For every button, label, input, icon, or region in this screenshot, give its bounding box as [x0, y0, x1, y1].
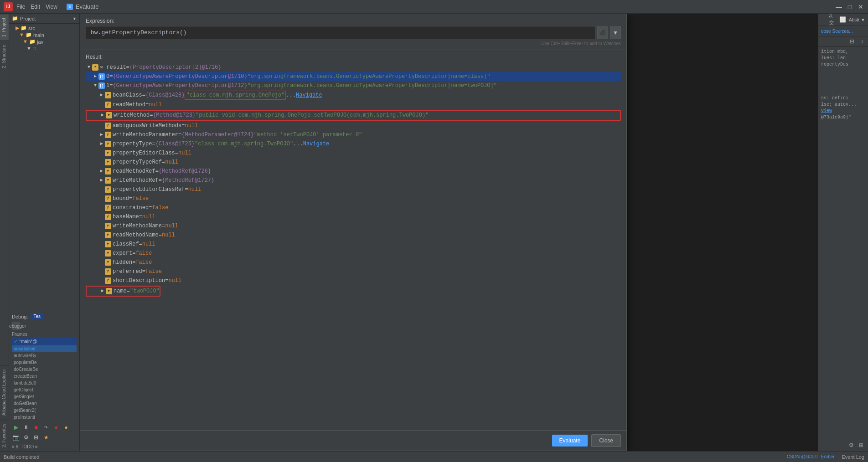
debug-tab-test[interactable]: Tes — [31, 313, 43, 320]
frame-item-autowire[interactable]: autowireBy — [12, 352, 77, 359]
vtab-structure[interactable]: 2: Structure — [0, 41, 9, 72]
toggle-name[interactable]: ▶ — [99, 288, 106, 294]
vtab-project[interactable]: 1: Project — [0, 14, 9, 41]
frame-item-create[interactable]: createBean — [12, 373, 77, 380]
frame-item-preinstanti[interactable]: preInstanti — [12, 414, 77, 421]
toggle-writemethodref[interactable]: ▶ — [98, 177, 105, 184]
toggle-beanclass[interactable]: ▶ — [98, 92, 105, 98]
frame-item-docreate[interactable]: doCreateBe — [12, 366, 77, 373]
navigate-link-proptype[interactable]: Navigate — [303, 140, 330, 148]
vtab-favorites[interactable]: 2: Favorites — [0, 420, 9, 451]
layout-btn[interactable]: ⊞ — [32, 433, 40, 441]
tree-item-package[interactable]: ▼ □ — [9, 45, 79, 51]
tree-row-readmethodref[interactable]: ▶ f readMethodRef = {MethodRef@1726} — [86, 167, 621, 176]
frame-item-dogetbean[interactable]: doGetBean — [12, 400, 77, 407]
navigate-link-beanclass[interactable]: Navigate — [296, 91, 322, 99]
sort-icon[interactable]: ↕ — [858, 37, 866, 46]
toggle-writemethod[interactable]: ▶ — [99, 112, 106, 118]
settings-btn[interactable]: ⚙ — [22, 433, 30, 441]
close-window-btn[interactable]: ✕ — [857, 3, 864, 10]
vtab-cloud-explorer[interactable]: Alibaba Cloud Explorer — [0, 365, 9, 419]
menu-view[interactable]: View — [46, 4, 57, 10]
tree-row-classref[interactable]: f classRef = null — [86, 240, 621, 249]
tree-row-writemethodref[interactable]: ▶ f writeMethodRef = {MethodRef@1727} — [86, 176, 621, 185]
warning-btn[interactable]: ● — [62, 423, 70, 431]
debugger-btn[interactable]: Debugger — [12, 322, 20, 330]
resume-btn[interactable]: ▶ — [12, 423, 20, 431]
tree-row-preferred[interactable]: f preferred = false — [86, 267, 621, 276]
tree-item-java[interactable]: ▼ 📁 jav — [9, 38, 79, 45]
event-log-label[interactable]: Event Log — [842, 454, 864, 460]
frame-item-lambda[interactable]: lambda$d0 — [12, 380, 77, 386]
expression-label: Expression: — [86, 18, 621, 24]
right-snippet-2: lues: len — [821, 55, 865, 62]
tree-row-0[interactable]: ▶ [] 0 = {GenericTypeAwarePropertyDescri… — [86, 72, 621, 81]
menu-edit[interactable]: Edit — [31, 4, 40, 10]
tree-row-writemethod[interactable]: ▶ f writeMethod = {Method@1723} "public … — [87, 111, 620, 120]
toggle-result[interactable]: ▼ — [86, 64, 92, 71]
toggle-readmethod — [98, 102, 105, 108]
frame-item-populate[interactable]: populateBe — [12, 359, 77, 366]
tree-row-bound[interactable]: f bound = false — [86, 194, 621, 203]
view-link-1[interactable]: View — [821, 108, 832, 113]
tree-row-beanclass[interactable]: ▶ f beanClass = {Class@1428} "class com.… — [86, 90, 621, 100]
copy-icon[interactable]: ⬜ — [839, 15, 847, 24]
camera-btn[interactable]: 📷 — [12, 433, 20, 441]
tree-row-1[interactable]: ▼ [] 1 = {GenericTypeAwarePropertyDescri… — [86, 81, 621, 90]
tree-row-writeparam[interactable]: ▶ f writeMethodParameter = {MethodParame… — [86, 130, 621, 139]
tree-row-hidden[interactable]: f hidden = false — [86, 258, 621, 267]
choose-sources-btn[interactable]: oose Sources... — [818, 26, 868, 36]
frame-item-main[interactable]: ✓ *main*@ — [12, 338, 77, 345]
dropdown-btn[interactable]: ▼ — [610, 26, 621, 39]
tree-row-shortdesc[interactable]: f shortDescription = null — [86, 276, 621, 285]
toggle-0[interactable]: ▶ — [92, 73, 98, 80]
stop-btn[interactable]: ■ — [32, 423, 40, 431]
tree-row-readmethodname[interactable]: f readMethodName = null — [86, 231, 621, 240]
maximize-btn[interactable]: □ — [846, 3, 853, 10]
todo-label: ≡ 6: TODO ≡ — [12, 444, 38, 449]
tree-row-result[interactable]: ▼ f ∞ result = {PropertyDescriptor[2]@17… — [86, 63, 621, 72]
tree-row-ambiguous[interactable]: f ambiguousWriteMethods = null — [86, 121, 621, 130]
bookmark-btn[interactable]: ★ — [42, 433, 50, 441]
tree-row-propertytype[interactable]: ▶ f propertyType = {Class@1725} "class c… — [86, 139, 621, 149]
minimize-btn[interactable]: — — [835, 3, 842, 10]
expression-input[interactable] — [86, 26, 595, 39]
abstr-dropdown[interactable]: Abstr ▼ — [849, 17, 865, 22]
tree-row-writemethodname[interactable]: f writeMethodName = null — [86, 221, 621, 231]
tree-row-constrained[interactable]: f constrained = false — [86, 203, 621, 212]
toggle-propertytype[interactable]: ▶ — [98, 141, 105, 147]
close-button[interactable]: Close — [591, 434, 621, 447]
breakpoint-btn[interactable]: ● — [52, 423, 60, 431]
result-tree[interactable]: ▼ f ∞ result = {PropertyDescriptor[2]@17… — [86, 63, 621, 426]
tree-row-proptyperef[interactable]: f propertyTypeRef = null — [86, 158, 621, 167]
project-tree[interactable]: ▶ 📁 src ▼ 📁 main ▼ 📁 jav ▼ □ — [9, 24, 79, 311]
tree-row-propeditorclassref[interactable]: f propertyEditorClassRef = null — [86, 185, 621, 194]
tree-row-propeditorclass[interactable]: f propertyEditorClass = null — [86, 149, 621, 158]
csdn-link[interactable]: CSDN @GDUT_Ember — [787, 454, 835, 459]
settings-right-icon[interactable]: ⚙ — [847, 441, 855, 449]
tree-item-src[interactable]: ▶ 📁 src — [9, 25, 79, 31]
frame-item-getsingleton[interactable]: getSinglet — [12, 393, 77, 400]
toggle-1[interactable]: ▼ — [92, 82, 98, 89]
frame-item-unsatisfied[interactable]: unsatisfied — [12, 345, 77, 352]
tree-item-main[interactable]: ▼ 📁 main — [9, 31, 79, 38]
right-filter-bar: ⊟ ↕ — [818, 36, 868, 47]
frame-item-getbean[interactable]: getBean:2( — [12, 407, 77, 414]
tree-row-readmethod[interactable]: f readMethod = null — [86, 100, 621, 109]
evaluate-button[interactable]: Evaluate — [552, 435, 588, 447]
pause-btn[interactable]: ⏸ — [22, 423, 30, 431]
translate-icon[interactable]: A文 — [829, 15, 837, 24]
toggle-writeparam[interactable]: ▶ — [98, 132, 105, 138]
toggle-readmethodref[interactable]: ▶ — [98, 168, 105, 175]
menu-file[interactable]: File — [16, 4, 25, 10]
folder-icon: ▼ 📁 — [23, 39, 36, 45]
filter-icon[interactable]: ⊟ — [848, 37, 856, 46]
frame-item-getobject[interactable]: getObject: — [12, 386, 77, 393]
tree-row-expert[interactable]: f expert = false — [86, 249, 621, 258]
step-over-btn[interactable]: ↷ — [42, 423, 50, 431]
build-status: Build completed — [4, 454, 39, 460]
expand-btn[interactable]: ⬛ — [597, 26, 608, 39]
tree-row-name[interactable]: ▶ f name = "twoPOJO" — [87, 287, 160, 296]
layout-right-icon[interactable]: ⊞ — [857, 441, 865, 449]
tree-row-basename[interactable]: f baseName = null — [86, 212, 621, 221]
